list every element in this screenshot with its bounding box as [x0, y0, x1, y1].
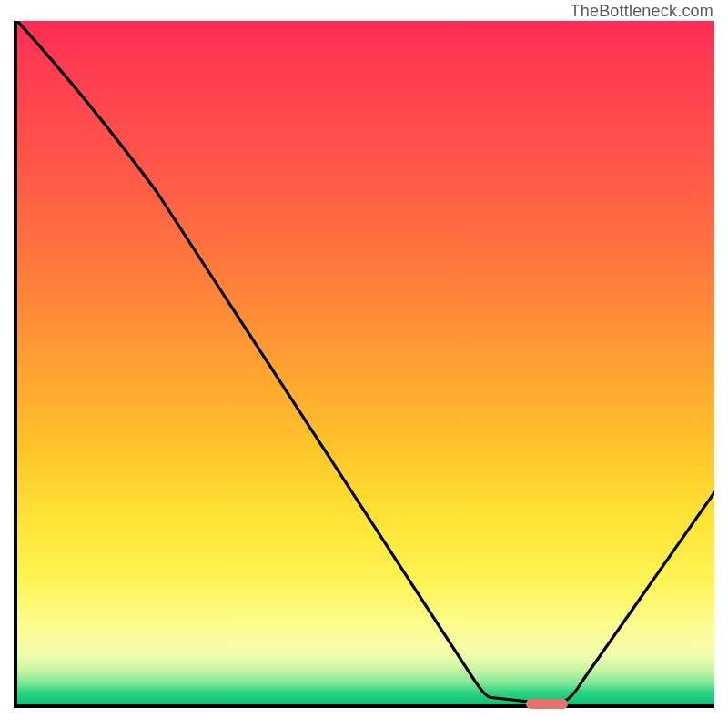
- axes-frame: [14, 21, 714, 708]
- optimal-range-marker: [526, 699, 568, 709]
- watermark-label: TheBottleneck.com: [571, 2, 713, 21]
- chart-stage: TheBottleneck.com: [0, 0, 728, 728]
